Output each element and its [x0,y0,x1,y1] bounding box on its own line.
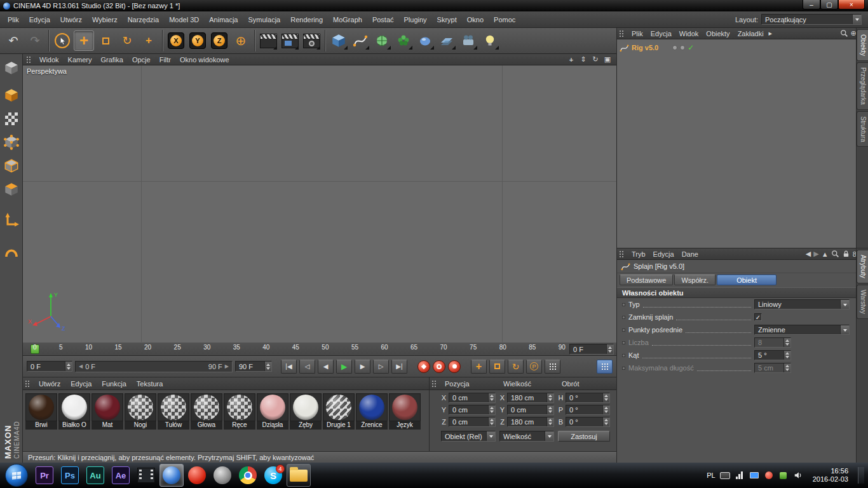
render-view-button[interactable] [258,30,278,51]
key-parameter-toggle[interactable]: P [526,360,542,374]
tab-przegladarka[interactable]: Przeglądarka [857,62,868,110]
keyframe-dot-icon[interactable] [622,316,625,319]
viewport-toggle-icon[interactable]: ▣ [602,55,613,64]
object-row-rig[interactable]: Rig v5.0 ✓ [620,42,853,53]
am-menu-dane[interactable]: Dane [678,250,702,259]
menu-overflow-icon[interactable]: ▸ [768,29,774,37]
taskbar-after-effects[interactable]: Ae [109,464,133,487]
parent-up-icon[interactable]: ▲ [822,250,829,258]
material-menu-tekstura[interactable]: Tekstura [132,378,168,390]
minimize-button[interactable]: – [803,0,820,10]
material-item[interactable]: Język [389,393,421,430]
punkty-posrednie-dropdown[interactable]: Zmienne [754,325,850,335]
add-light-button[interactable] [480,30,500,51]
menu-utworz[interactable]: Utwórz [55,14,87,25]
make-editable-button[interactable] [1,58,22,78]
volume-icon[interactable] [793,471,803,480]
axis-mode-button[interactable] [1,210,22,231]
play-button[interactable]: ▶ [336,360,352,374]
key-rotation-toggle[interactable]: ↻ [508,360,524,374]
timeline-frame-field[interactable]: 0 F [569,344,614,355]
tab-obiekty[interactable]: Obiekty [857,29,868,61]
model-mode-button[interactable] [1,85,22,105]
record-keyframe-button[interactable] [417,360,430,373]
scale-tool-button[interactable] [95,30,116,51]
material-item[interactable]: Białko O [58,393,90,430]
timeline-ruler[interactable]: 0 5 10 15 20 25 30 35 40 45 50 55 60 65 … [23,342,616,356]
am-menu-edycja[interactable]: Edycja [649,250,678,259]
stepper[interactable] [783,351,790,360]
add-cube-button[interactable] [329,30,349,51]
size-mode-dropdown[interactable]: Wielkość [499,431,554,442]
search-icon[interactable] [831,250,839,258]
current-frame-field[interactable]: 0 F [27,361,72,372]
polygons-mode-button[interactable] [1,179,22,200]
next-frame-button[interactable]: ▶ [355,360,370,374]
keyboard-icon[interactable] [720,471,730,480]
material-item[interactable]: Źrenice [356,393,388,430]
menu-mograph[interactable]: MoGraph [328,14,367,25]
render-picture-viewer-button[interactable] [280,30,300,51]
add-nurbs-button[interactable] [372,30,392,51]
stepper[interactable] [488,393,495,402]
rotation-p-field[interactable]: 0 ° [566,405,610,415]
tab-obiekt[interactable]: Obiekt [717,274,776,285]
viewport-canvas[interactable]: Perspektywa Y X Z [23,65,616,342]
next-key-button[interactable]: ▷ [373,360,389,374]
edges-mode-button[interactable] [1,156,22,176]
position-y-field[interactable]: 0 cm [449,405,496,415]
keying-settings-button[interactable] [597,360,613,374]
position-x-field[interactable]: 0 cm [449,393,496,403]
lock-y-axis-button[interactable]: Y [187,30,208,51]
goto-start-button[interactable]: |◀ [281,360,297,374]
move-tool-button[interactable]: + [74,30,94,51]
stepper[interactable] [546,393,553,402]
menu-model3d[interactable]: Model 3D [164,14,204,25]
material-menu-edycja[interactable]: Edycja [65,378,97,390]
status-green-icon[interactable] [778,471,789,480]
tab-atrybuty[interactable]: Atrybuty [857,250,868,283]
taskbar-cinema4d[interactable] [159,464,184,487]
viewport-menu-widok[interactable]: Widok [35,55,64,64]
tab-podstawowe[interactable]: Podstawowe [620,274,673,285]
menu-rendering[interactable]: Rendering [285,14,328,25]
taskbar-skype[interactable]: S4 [261,464,285,487]
size-x-field[interactable]: 180 cm [507,393,554,403]
frame-range-slider[interactable]: ◀0 F 90 F▶ [75,361,233,372]
viewport-zoom-icon[interactable]: ⇕ [578,55,588,64]
material-menu-funkcja[interactable]: Funkcja [97,378,132,390]
stepper[interactable] [546,405,553,414]
menu-plik[interactable]: Plik [3,14,24,25]
activity-bars-icon[interactable] [735,471,745,480]
add-array-button[interactable] [393,30,414,51]
material-item[interactable]: Ręce [224,393,255,430]
om-menu-plik[interactable]: Plik [628,29,647,38]
position-z-field[interactable]: 0 cm [449,417,496,427]
om-menu-obiekty[interactable]: Obiekty [702,29,733,38]
stepper[interactable] [488,405,495,414]
typ-dropdown[interactable]: Liniowy [754,299,850,309]
panel-grip-icon[interactable] [619,250,625,258]
apply-button[interactable]: Zastosuj [558,431,610,442]
stepper[interactable] [488,417,495,426]
material-item[interactable]: Mat [92,393,123,430]
lock-z-axis-button[interactable]: Z [209,30,229,51]
display-icon[interactable] [749,471,759,480]
stepper[interactable] [606,344,613,354]
add-spline-button[interactable] [350,30,370,51]
rotation-b-field[interactable]: 0 ° [566,417,610,427]
stepper[interactable] [546,417,553,426]
enable-check-icon[interactable]: ✓ [688,43,694,52]
om-menu-edycja[interactable]: Edycja [647,29,675,38]
render-visibility-dot[interactable] [680,45,685,50]
panel-grip-icon[interactable] [431,380,437,388]
search-icon[interactable] [840,29,848,37]
viewport-menu-grafika[interactable]: Grafika [96,55,127,64]
viewport-menu-opcje[interactable]: Opcje [128,55,155,64]
keyframe-selection-button[interactable] [448,360,461,373]
menu-animacja[interactable]: Animacja [204,14,243,25]
taskbar-media-player[interactable] [185,464,209,487]
om-menu-widok[interactable]: Widok [675,29,703,38]
coordinate-mode-dropdown[interactable]: Obiekt (Rel) [441,431,496,442]
keyframe-dot-icon[interactable] [622,329,625,332]
